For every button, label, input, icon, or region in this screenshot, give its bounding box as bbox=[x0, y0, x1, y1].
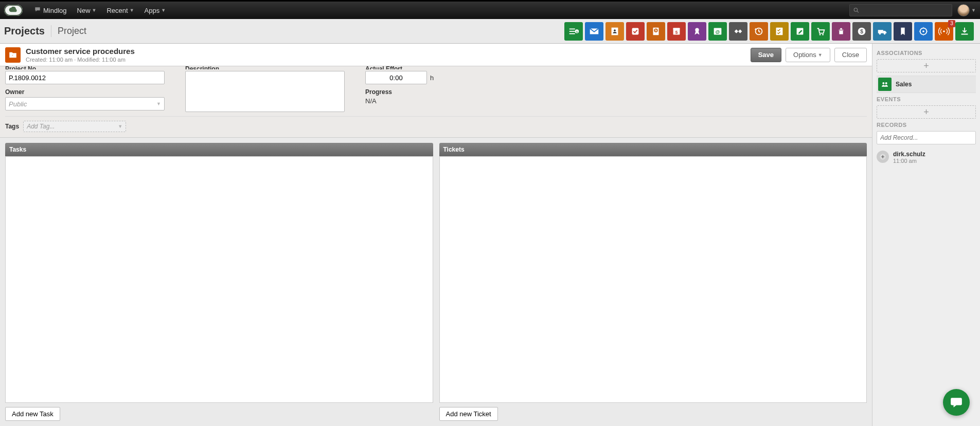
record-name: dirk.schulz bbox=[893, 151, 925, 158]
project-meta: Created: 11:00 am · Modified: 11:00 am bbox=[26, 57, 746, 63]
calendar-5-icon[interactable]: 5 bbox=[667, 22, 686, 41]
svg-point-33 bbox=[882, 82, 884, 84]
add-ticket-button[interactable]: Add new Ticket bbox=[439, 407, 498, 421]
svg-rect-23 bbox=[839, 30, 843, 34]
events-add[interactable]: + bbox=[877, 105, 976, 119]
nav-apps[interactable]: Apps▼ bbox=[139, 1, 171, 20]
group-icon bbox=[878, 78, 892, 91]
at-list-icon[interactable]: @ bbox=[708, 22, 727, 41]
breadcrumb-root[interactable]: Projects bbox=[4, 25, 51, 37]
actual-effort-label: Actual Effort bbox=[365, 65, 499, 69]
options-button[interactable]: Options ▼ bbox=[786, 48, 830, 62]
notification-badge: 3 bbox=[948, 20, 955, 27]
app-logo[interactable] bbox=[4, 5, 23, 16]
svg-point-24 bbox=[840, 28, 842, 30]
tickets-panel-body bbox=[439, 156, 867, 403]
nav-recent[interactable]: Recent▼ bbox=[101, 1, 139, 20]
svg-point-31 bbox=[922, 30, 924, 32]
tags-placeholder: Add Tag... bbox=[27, 123, 55, 130]
user-menu[interactable]: ▼ bbox=[957, 4, 976, 16]
record-avatar bbox=[877, 151, 889, 163]
tasks-panel-title: Tasks bbox=[5, 143, 433, 156]
svg-rect-27 bbox=[878, 30, 883, 33]
edit-icon[interactable] bbox=[791, 22, 809, 41]
award-icon[interactable] bbox=[688, 22, 706, 41]
project-icon bbox=[5, 47, 21, 63]
nav-apps-label: Apps bbox=[145, 7, 160, 14]
description-label: Description bbox=[185, 65, 345, 69]
download-icon[interactable] bbox=[955, 22, 974, 41]
progress-label: Progress bbox=[365, 88, 499, 96]
speech-icon bbox=[34, 6, 41, 15]
description-input[interactable] bbox=[185, 71, 345, 112]
records-add-input[interactable] bbox=[877, 131, 976, 144]
owner-select[interactable]: Public ▼ bbox=[5, 97, 165, 110]
recycle-icon[interactable] bbox=[914, 22, 933, 41]
mail-icon[interactable] bbox=[585, 22, 603, 41]
record-item[interactable]: dirk.schulz11:00 am bbox=[877, 149, 976, 166]
chevron-down-icon: ▼ bbox=[161, 8, 166, 13]
nav-new-label: New bbox=[77, 7, 91, 14]
chevron-down-icon: ▼ bbox=[130, 8, 134, 13]
nav-mindlog[interactable]: Mindlog bbox=[29, 1, 72, 20]
global-search-input[interactable] bbox=[860, 6, 949, 15]
svg-point-8 bbox=[614, 29, 616, 31]
svg-rect-2 bbox=[569, 28, 575, 29]
svg-rect-19 bbox=[776, 27, 783, 35]
search-icon bbox=[853, 7, 860, 14]
association-item[interactable]: Sales bbox=[877, 76, 976, 93]
history-icon[interactable] bbox=[750, 22, 768, 41]
bookmark-icon[interactable] bbox=[894, 22, 912, 41]
svg-text:$: $ bbox=[860, 28, 863, 34]
project-no-label: Project No. bbox=[5, 65, 165, 69]
owner-value: Public bbox=[9, 100, 27, 108]
badge-check-icon[interactable] bbox=[647, 22, 665, 41]
project-no-input[interactable] bbox=[5, 71, 165, 84]
chevron-down-icon: ▼ bbox=[971, 8, 976, 13]
svg-rect-9 bbox=[632, 28, 639, 34]
dollar-circle-icon[interactable]: $ bbox=[852, 22, 871, 41]
svg-point-21 bbox=[819, 34, 821, 35]
user-avatar bbox=[957, 4, 970, 16]
svg-point-34 bbox=[885, 82, 887, 84]
progress-value: N/A bbox=[365, 97, 499, 105]
chevron-down-icon: ▼ bbox=[92, 8, 97, 13]
global-search[interactable] bbox=[849, 4, 952, 16]
breadcrumb-current: Project bbox=[51, 26, 86, 36]
add-task-button[interactable]: Add new Task bbox=[5, 407, 60, 421]
cart-icon[interactable] bbox=[811, 22, 830, 41]
tasks-panel-body bbox=[5, 156, 433, 403]
tasks-panel: Tasks Add new Task bbox=[5, 143, 433, 421]
svg-point-32 bbox=[943, 30, 945, 32]
broadcast-icon[interactable]: 3 bbox=[935, 22, 953, 41]
associations-title: ASSOCIATIONS bbox=[877, 50, 976, 56]
save-button[interactable]: Save bbox=[751, 48, 781, 62]
tags-label: Tags bbox=[5, 123, 19, 130]
checklist-icon[interactable] bbox=[770, 22, 789, 41]
svg-line-1 bbox=[857, 11, 859, 13]
svg-text:5: 5 bbox=[675, 30, 678, 34]
associations-add[interactable]: + bbox=[877, 59, 976, 72]
chevron-down-icon: ▼ bbox=[118, 124, 122, 129]
close-button[interactable]: Close bbox=[834, 48, 867, 62]
chevron-down-icon: ▼ bbox=[818, 52, 823, 58]
check-icon[interactable] bbox=[626, 22, 645, 41]
actual-effort-input[interactable] bbox=[365, 71, 427, 84]
nav-new[interactable]: New▼ bbox=[72, 1, 102, 20]
handshake-icon[interactable] bbox=[729, 22, 747, 41]
tags-add[interactable]: Add Tag... ▼ bbox=[23, 121, 126, 132]
svg-point-15 bbox=[695, 28, 699, 31]
money-list-icon[interactable]: $ bbox=[564, 22, 583, 41]
records-title: RECORDS bbox=[877, 122, 976, 128]
svg-point-22 bbox=[822, 34, 824, 35]
podium-icon[interactable] bbox=[832, 22, 850, 41]
svg-text:@: @ bbox=[716, 29, 720, 34]
svg-rect-3 bbox=[569, 31, 575, 32]
contacts-icon[interactable] bbox=[605, 22, 624, 41]
truck-icon[interactable] bbox=[873, 22, 892, 41]
svg-text:$: $ bbox=[576, 30, 578, 33]
svg-point-29 bbox=[884, 32, 886, 34]
record-time: 11:00 am bbox=[893, 158, 925, 164]
chevron-down-icon: ▼ bbox=[156, 101, 161, 106]
chat-fab[interactable] bbox=[943, 389, 970, 416]
